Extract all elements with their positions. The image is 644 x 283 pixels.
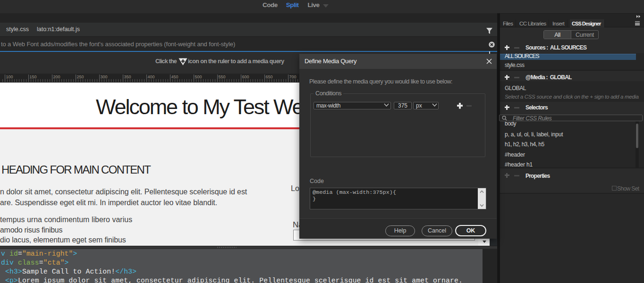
svg-text:300: 300 — [101, 75, 108, 79]
svg-text:250: 250 — [77, 75, 84, 79]
svg-text:350: 350 — [124, 75, 131, 79]
svg-text:100: 100 — [6, 75, 13, 79]
svg-text:700: 700 — [289, 75, 297, 79]
svg-text:600: 600 — [242, 75, 249, 79]
svg-text:650: 650 — [266, 75, 273, 79]
svg-text:500: 500 — [195, 75, 202, 79]
svg-text:200: 200 — [53, 75, 60, 79]
svg-text:450: 450 — [171, 75, 178, 79]
svg-text:400: 400 — [148, 75, 155, 79]
svg-text:150: 150 — [30, 75, 37, 79]
svg-text:550: 550 — [219, 75, 226, 79]
